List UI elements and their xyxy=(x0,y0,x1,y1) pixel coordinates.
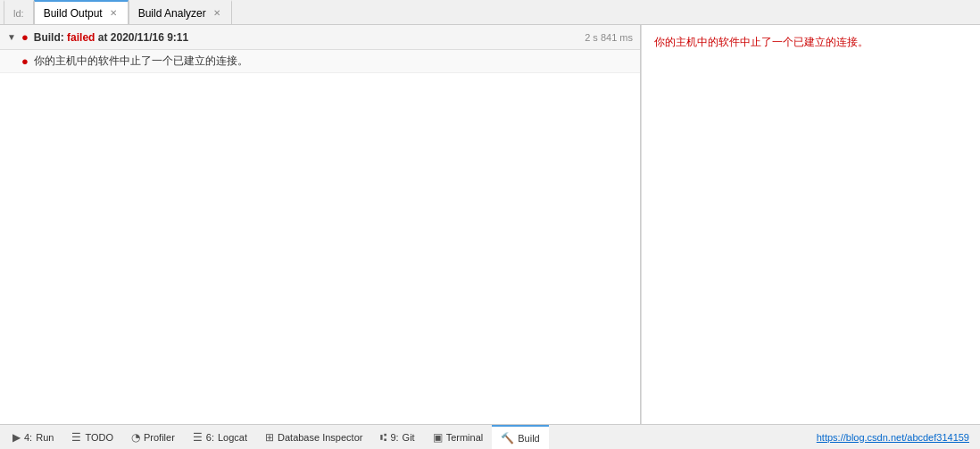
right-panel: 你的主机中的软件中止了一个已建立的连接。 xyxy=(641,25,980,424)
bottom-item-database-inspector[interactable]: ⊞ Database Inspector xyxy=(256,425,371,449)
build-failed-keyword: failed xyxy=(67,31,95,44)
tab-build-analyzer-close[interactable]: ✕ xyxy=(212,7,222,19)
git-icon: ⑆ xyxy=(380,431,386,444)
bottom-logcat-number: 6: xyxy=(206,432,214,443)
bottom-todo-label: TODO xyxy=(85,432,113,443)
tab-bar: ld: Build Output ✕ Build Analyzer ✕ xyxy=(0,0,980,25)
bottom-git-number: 9: xyxy=(390,432,398,443)
run-icon: ▶ xyxy=(12,431,21,444)
bottom-database-inspector-label: Database Inspector xyxy=(278,432,362,443)
tab-prefix-ld: ld: xyxy=(4,0,34,24)
build-error-icon: ● xyxy=(21,30,29,44)
build-header: ▼ ● Build: failed at 2020/11/16 9:11 2 s… xyxy=(0,25,640,50)
build-status-prefix: Build: xyxy=(34,31,64,44)
main-content: ▼ ● Build: failed at 2020/11/16 9:11 2 s… xyxy=(0,25,980,424)
bottom-item-todo[interactable]: ☰ TODO xyxy=(62,425,122,449)
terminal-icon: ▣ xyxy=(433,431,443,444)
tab-build-output-label: Build Output xyxy=(44,7,103,20)
bottom-build-label: Build xyxy=(518,433,539,444)
build-panel: ▼ ● Build: failed at 2020/11/16 9:11 2 s… xyxy=(0,25,641,424)
bottom-profiler-label: Profiler xyxy=(144,432,175,443)
build-status-at: at 2020/11/16 9:11 xyxy=(98,31,188,44)
tab-build-analyzer[interactable]: Build Analyzer ✕ xyxy=(129,0,232,24)
profiler-icon: ◔ xyxy=(131,431,140,444)
chevron-down-icon[interactable]: ▼ xyxy=(7,32,16,42)
bottom-run-label: Run xyxy=(36,432,54,443)
bottom-url-link[interactable]: https://blog.csdn.net/abcdef314159 xyxy=(810,432,976,443)
tab-build-analyzer-label: Build Analyzer xyxy=(138,7,206,20)
bottom-item-git[interactable]: ⑆ 9: Git xyxy=(371,425,423,449)
error-row: ● 你的主机中的软件中止了一个已建立的连接。 xyxy=(0,50,640,73)
bottom-logcat-label: Logcat xyxy=(218,432,247,443)
bottom-item-logcat[interactable]: ☰ 6: Logcat xyxy=(184,425,256,449)
tab-build-output[interactable]: Build Output ✕ xyxy=(34,0,129,24)
bottom-bar: ▶ 4: Run ☰ TODO ◔ Profiler ☰ 6: Logcat ⊞… xyxy=(0,424,980,449)
bottom-item-terminal[interactable]: ▣ Terminal xyxy=(424,425,493,449)
bottom-run-number: 4: xyxy=(24,432,32,443)
error-row-icon: ● xyxy=(21,54,29,68)
bottom-item-profiler[interactable]: ◔ Profiler xyxy=(122,425,184,449)
bottom-terminal-label: Terminal xyxy=(446,432,484,443)
tab-build-output-close[interactable]: ✕ xyxy=(108,7,119,19)
error-row-text: 你的主机中的软件中止了一个已建立的连接。 xyxy=(34,54,248,69)
build-icon: 🔨 xyxy=(501,432,514,445)
bottom-item-run[interactable]: ▶ 4: Run xyxy=(4,425,62,449)
bottom-git-label: Git xyxy=(403,432,415,443)
bottom-item-build[interactable]: 🔨 Build xyxy=(492,425,548,449)
tooltip-text: 你的主机中的软件中止了一个已建立的连接。 xyxy=(654,34,868,51)
build-duration: 2 s 841 ms xyxy=(585,32,633,43)
build-content-area xyxy=(0,73,640,424)
tab-prefix-label: ld: xyxy=(13,8,24,19)
build-status-text: Build: failed at 2020/11/16 9:11 xyxy=(34,31,188,44)
todo-icon: ☰ xyxy=(71,431,81,444)
database-inspector-icon: ⊞ xyxy=(265,431,274,444)
logcat-icon: ☰ xyxy=(193,431,203,444)
